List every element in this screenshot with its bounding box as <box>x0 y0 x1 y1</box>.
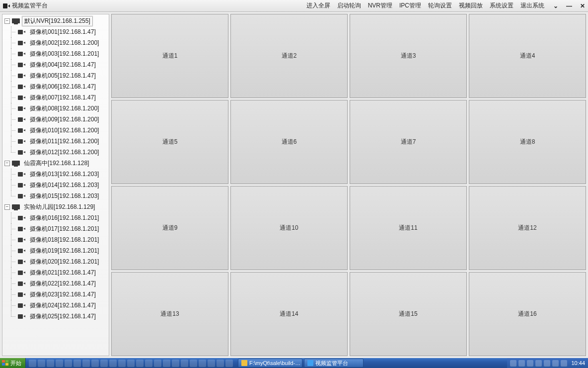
channel-label: 通道5 <box>162 138 178 146</box>
menu-ipc-mgmt[interactable]: IPC管理 <box>399 1 421 10</box>
collapse-icon[interactable]: − <box>4 18 10 24</box>
camera-node[interactable]: 摄像机023[192.168.1.47] <box>2 289 109 300</box>
ql-icon[interactable] <box>100 360 108 367</box>
video-channel-11[interactable]: 通道11 <box>350 186 467 270</box>
ql-icon[interactable] <box>65 360 72 367</box>
tray-icon[interactable] <box>561 360 567 367</box>
video-channel-7[interactable]: 通道7 <box>350 100 467 184</box>
camera-node[interactable]: 摄像机010[192.168.1.200] <box>2 125 109 136</box>
camera-node[interactable]: 摄像机006[192.168.1.47] <box>2 81 109 92</box>
ql-icon[interactable] <box>199 360 206 367</box>
camera-label: 摄像机006[192.168.1.47] <box>28 82 98 92</box>
nvr-node[interactable]: −仙霞高中[192.168.1.128] <box>2 158 109 169</box>
ql-icon[interactable] <box>127 360 135 367</box>
ql-icon[interactable] <box>154 360 161 367</box>
camera-node[interactable]: 摄像机025[192.168.1.47] <box>2 311 109 322</box>
camera-node[interactable]: 摄像机008[192.168.1.200] <box>2 103 109 114</box>
video-channel-16[interactable]: 通道16 <box>469 272 586 356</box>
start-button[interactable]: 开始 <box>0 358 26 368</box>
ql-icon[interactable] <box>190 360 197 367</box>
camera-node[interactable]: 摄像机011[192.168.1.200] <box>2 136 109 147</box>
ql-icon[interactable] <box>217 360 224 367</box>
camera-node[interactable]: 摄像机019[192.168.1.201] <box>2 245 109 256</box>
video-channel-5[interactable]: 通道5 <box>111 100 228 184</box>
taskbar-clock[interactable]: 10:44 <box>571 360 585 366</box>
video-channel-2[interactable]: 通道2 <box>230 14 348 98</box>
ql-icon[interactable] <box>82 360 90 367</box>
ql-icon[interactable] <box>208 360 215 367</box>
camera-node[interactable]: 摄像机012[192.168.1.200] <box>2 147 109 158</box>
camera-node[interactable]: 摄像机005[192.168.1.47] <box>2 70 109 81</box>
nvr-node[interactable]: −默认NVR[192.168.1.255] <box>2 15 109 26</box>
camera-node[interactable]: 摄像机002[192.168.1.200] <box>2 37 109 48</box>
tray-icon[interactable] <box>552 360 559 367</box>
menu-sys-settings[interactable]: 系统设置 <box>490 1 514 10</box>
camera-node[interactable]: 摄像机024[192.168.1.47] <box>2 300 109 311</box>
ql-icon[interactable] <box>38 360 45 367</box>
video-channel-14[interactable]: 通道14 <box>230 272 348 356</box>
video-channel-4[interactable]: 通道4 <box>469 14 586 98</box>
video-channel-12[interactable]: 通道12 <box>469 186 586 270</box>
dropdown-button[interactable]: ⌄ <box>553 2 558 9</box>
camera-node[interactable]: 摄像机007[192.168.1.47] <box>2 92 109 103</box>
taskbar-item[interactable]: F:\myQt\sale\build-… <box>238 359 302 368</box>
ql-icon[interactable] <box>163 360 170 367</box>
ql-icon[interactable] <box>136 360 144 367</box>
menu-playback[interactable]: 视频回放 <box>459 1 483 10</box>
menu-nvr-mgmt[interactable]: NVR管理 <box>368 1 392 10</box>
ql-icon[interactable] <box>91 360 99 367</box>
video-channel-10[interactable]: 通道10 <box>230 186 348 270</box>
camera-node[interactable]: 摄像机003[192.168.1.201] <box>2 48 109 59</box>
ql-icon[interactable] <box>56 360 63 367</box>
menu-poll-settings[interactable]: 轮询设置 <box>428 1 452 10</box>
camera-node[interactable]: 摄像机018[192.168.1.201] <box>2 234 109 245</box>
tree-branch-icon <box>7 81 15 92</box>
device-tree[interactable]: −默认NVR[192.168.1.255]摄像机001[192.168.1.47… <box>2 14 109 356</box>
camera-node[interactable]: 摄像机020[192.168.1.201] <box>2 256 109 267</box>
menu-exit-system[interactable]: 退出系统 <box>520 1 544 10</box>
video-channel-1[interactable]: 通道1 <box>111 14 228 98</box>
camera-node[interactable]: 摄像机017[192.168.1.201] <box>2 223 109 234</box>
camera-node[interactable]: 摄像机001[192.168.1.47] <box>2 26 109 37</box>
tray-icon[interactable] <box>527 360 533 367</box>
video-channel-3[interactable]: 通道3 <box>350 14 467 98</box>
camera-node[interactable]: 摄像机022[192.168.1.47] <box>2 278 109 289</box>
camera-node[interactable]: 摄像机021[192.168.1.47] <box>2 267 109 278</box>
camera-node[interactable]: 摄像机009[192.168.1.200] <box>2 114 109 125</box>
taskbar-item[interactable]: 视频监管平台 <box>304 359 364 368</box>
video-channel-15[interactable]: 通道15 <box>350 272 467 356</box>
camera-node[interactable]: 摄像机013[192.168.1.203] <box>2 169 109 180</box>
ql-icon[interactable] <box>47 360 54 367</box>
ql-icon[interactable] <box>109 360 117 367</box>
ql-icon[interactable] <box>118 360 126 367</box>
ql-icon[interactable] <box>74 360 81 367</box>
camera-label: 摄像机016[192.168.1.201] <box>28 213 101 223</box>
minimize-button[interactable]: — <box>566 2 572 9</box>
camera-label: 摄像机018[192.168.1.201] <box>28 235 101 245</box>
ql-icon[interactable] <box>145 360 152 367</box>
video-channel-9[interactable]: 通道9 <box>111 186 228 270</box>
ql-icon[interactable] <box>172 360 179 367</box>
video-channel-13[interactable]: 通道13 <box>111 272 228 356</box>
tray-icon[interactable] <box>544 360 550 367</box>
collapse-icon[interactable]: − <box>4 161 10 166</box>
camera-node[interactable]: 摄像机015[192.168.1.203] <box>2 190 109 201</box>
tray-icon[interactable] <box>510 360 516 367</box>
video-channel-6[interactable]: 通道6 <box>230 100 348 184</box>
close-button[interactable]: ✕ <box>580 2 585 9</box>
nvr-node[interactable]: −实验幼儿园[192.168.1.129] <box>2 201 109 212</box>
camera-node[interactable]: 摄像机016[192.168.1.201] <box>2 212 109 223</box>
tray-icon[interactable] <box>518 360 525 367</box>
collapse-icon[interactable]: − <box>4 204 10 210</box>
camera-node[interactable]: 摄像机014[192.168.1.203] <box>2 180 109 190</box>
menu-fullscreen[interactable]: 进入全屏 <box>306 1 330 10</box>
camera-node[interactable]: 摄像机004[192.168.1.47] <box>2 59 109 70</box>
ql-icon[interactable] <box>181 360 188 367</box>
ql-icon[interactable] <box>225 360 233 367</box>
video-channel-8[interactable]: 通道8 <box>469 100 586 184</box>
camera-icon <box>18 128 25 133</box>
menu-start-poll[interactable]: 启动轮询 <box>337 1 361 10</box>
camera-icon <box>18 74 25 78</box>
tray-icon[interactable] <box>535 360 542 367</box>
ql-icon[interactable] <box>29 360 36 367</box>
